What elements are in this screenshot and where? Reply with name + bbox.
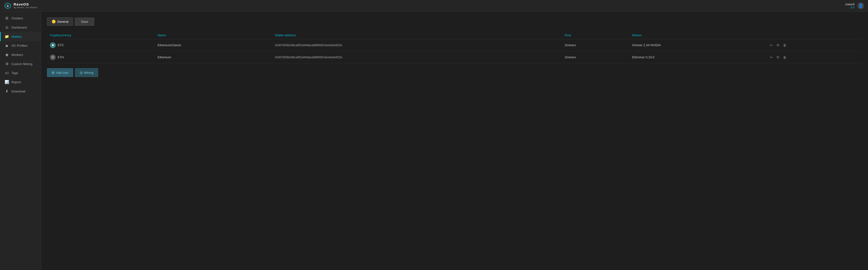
cell-miners-0: Gminer 2.34 NVIDIA [629,39,766,51]
save-button[interactable]: Save [75,18,94,26]
logo: R RaveOS By Miners. For Miners [4,2,37,10]
clusters-icon: ⊞ [5,16,9,20]
custom-mining-icon: ⚙ [5,62,9,66]
col-name: Name [155,31,272,39]
report-icon: 📊 [5,80,9,84]
table-row: ◆ ETC EthereumClassic 0x007650b24bca852d… [47,39,862,51]
tab-general[interactable]: 🪙 General [47,18,73,26]
coin-icon-ETC: ◆ [50,42,56,48]
bottom-buttons: ⊕ Add coin ◎ Mining [47,68,862,77]
sidebar-label-tags: Tags [11,71,18,75]
col-actions [766,31,862,39]
cell-coin-1: ⬡ ETH [47,51,155,63]
main-content: 🪙 General Save Cryptocurrency Name Walle… [41,11,868,270]
sidebar-item-tags[interactable]: 🏷 Tags [0,68,41,77]
cell-coin-0: ◆ ETC [47,39,155,51]
wallets-icon: 📁 [5,34,9,39]
cell-pool-1: 2miners [562,51,629,63]
sidebar-item-download[interactable]: ⬇ Download [0,87,41,96]
sidebar-label-custom-mining: Custom Mining [11,62,32,66]
cell-pool-0: 2miners [562,39,629,51]
svg-text:R: R [7,5,9,7]
sidebar-item-wallets[interactable]: 📁 Wallets [0,32,41,41]
sidebar-label-wallets: Wallets [11,35,22,38]
sidebar-label-download: Download [11,90,25,93]
wallets-table: Cryptocurrency Name Wallet address Pool … [47,31,862,63]
add-coin-icon: ⊕ [52,70,55,75]
cell-wallet-1: 0x007650b24bca852d44dacdd860b5c0ee3a4e92… [272,51,562,63]
col-cryptocurrency: Cryptocurrency [47,31,155,39]
mining-label: Mining [84,71,93,74]
coin-label-1: ETH [58,56,64,59]
cell-miners-1: Ethminer 0.19.0 [629,51,766,63]
workers-icon: ◉ [5,53,9,57]
sidebar-item-clusters[interactable]: ⊞ Clusters [0,13,41,23]
logo-text: RaveOS By Miners. For Miners [13,2,37,9]
sidebar-label-dashboard: Dashboard [11,26,27,29]
mining-button[interactable]: ◎ Mining [75,68,98,77]
sidebar-item-oc-profiles[interactable]: ◙ OC Profiles [0,41,41,50]
general-tab-label: General [57,20,68,24]
topbar-right: oneevil $ 0 👤 [845,2,864,9]
cell-actions-0: ✏ ⧉ 🗑 [766,39,862,51]
add-coin-label: Add coin [56,71,68,74]
sidebar-label-clusters: Clusters [11,16,23,20]
cell-wallet-0: 0x007650b24bca852d44dacdd860b5c0ee3a4e92… [272,39,562,51]
balance-label: $ 0 [851,6,855,9]
cell-name-1: Ethereum [155,51,272,63]
coin-label-0: ETC [58,43,64,47]
mining-icon: ◎ [80,70,83,75]
sidebar-item-report[interactable]: 📊 Report [0,77,41,87]
avatar[interactable]: 👤 [857,2,864,9]
edit-button-1[interactable]: ✏ [769,55,774,60]
username-label: oneevil [845,3,855,6]
copy-button-1[interactable]: ⧉ [776,54,780,60]
coin-icon-ETH: ⬡ [50,55,56,60]
raveos-logo-icon: R [4,2,11,10]
delete-button-1[interactable]: 🗑 [782,55,787,60]
col-pool: Pool [562,31,629,39]
sidebar-item-custom-mining[interactable]: ⚙ Custom Mining [0,59,41,68]
sidebar: ⊞ Clusters ◎ Dashboard 📁 Wallets ◙ OC Pr… [0,11,41,270]
sidebar-item-workers[interactable]: ◉ Workers [0,50,41,59]
table-row: ⬡ ETH Ethereum 0x007650b24bca852d44dacdd… [47,51,862,63]
topbar: R RaveOS By Miners. For Miners oneevil $… [0,0,868,11]
sidebar-label-report: Report [11,80,21,84]
logo-title: RaveOS [13,2,37,6]
col-wallet-address: Wallet address [272,31,562,39]
sidebar-item-dashboard[interactable]: ◎ Dashboard [0,23,41,32]
tags-icon: 🏷 [5,71,9,75]
cell-name-0: EthereumClassic [155,39,272,51]
dashboard-icon: ◎ [5,25,9,30]
cell-actions-1: ✏ ⧉ 🗑 [766,51,862,63]
delete-button-0[interactable]: 🗑 [782,42,787,48]
add-coin-button[interactable]: ⊕ Add coin [47,68,73,77]
sidebar-label-workers: Workers [11,53,23,57]
topbar-user: oneevil $ 0 [845,3,855,9]
tabs-bar: 🪙 General Save [47,18,862,26]
download-icon: ⬇ [5,89,9,93]
main-layout: ⊞ Clusters ◎ Dashboard 📁 Wallets ◙ OC Pr… [0,11,868,270]
oc-profiles-icon: ◙ [5,43,9,48]
copy-button-0[interactable]: ⧉ [776,42,780,48]
edit-button-0[interactable]: ✏ [769,42,774,48]
general-tab-icon: 🪙 [52,20,56,24]
logo-subtitle: By Miners. For Miners [13,6,37,9]
col-miners: Miners [629,31,766,39]
sidebar-label-oc-profiles: OC Profiles [11,44,27,47]
